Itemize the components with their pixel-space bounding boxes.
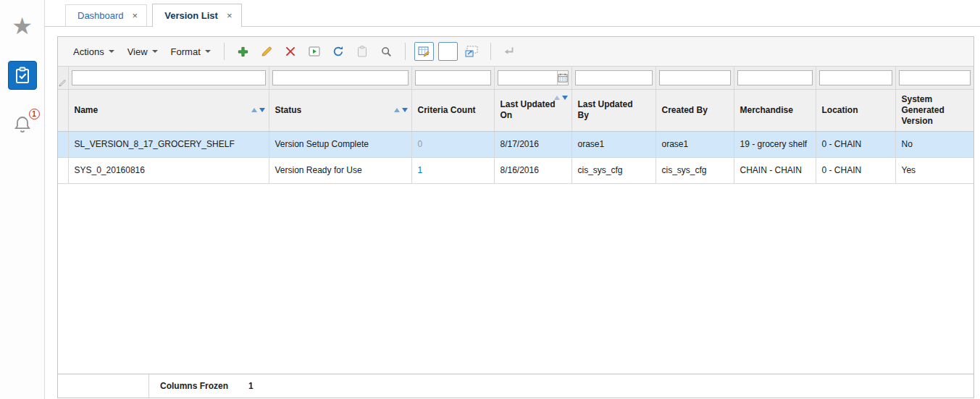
close-icon[interactable]: × xyxy=(133,11,138,20)
filter-input-created-by[interactable] xyxy=(659,70,731,85)
row-header-cell xyxy=(58,131,68,157)
column-header-status[interactable]: Status xyxy=(269,89,411,131)
version-table: Name Status Criteria Count Last Updated … xyxy=(58,67,973,184)
play-icon xyxy=(309,46,320,57)
execute-button[interactable] xyxy=(305,42,324,61)
delete-button[interactable] xyxy=(281,42,301,61)
actions-menu[interactable]: Actions xyxy=(67,42,121,62)
detach-button[interactable] xyxy=(462,42,482,61)
cell-name: SL_VERSION_8_17_GROCERY_SHELF xyxy=(68,131,269,157)
sort-icons xyxy=(251,108,265,112)
filter-input-name[interactable] xyxy=(72,70,266,85)
cell-merchandise: CHAIN - CHAIN xyxy=(734,157,816,183)
cell-location: 0 - CHAIN xyxy=(816,131,895,157)
column-header-criteria-count[interactable]: Criteria Count xyxy=(411,89,494,131)
column-header-location[interactable]: Location xyxy=(816,89,895,131)
filter-date-field xyxy=(498,70,569,85)
filter-input-status[interactable] xyxy=(272,70,409,85)
column-label: System Generated Version xyxy=(902,94,945,126)
edit-button[interactable] xyxy=(257,42,277,61)
go-button[interactable] xyxy=(500,42,519,61)
columns-frozen-label: Columns Frozen xyxy=(160,381,228,391)
pencil-icon xyxy=(261,46,272,57)
filter-input-last-updated-by[interactable] xyxy=(575,70,653,85)
version-list-panel: Actions View Format xyxy=(57,36,974,398)
column-header-created-by[interactable]: Created By xyxy=(656,89,734,131)
column-label: Status xyxy=(275,105,302,115)
format-menu[interactable]: Format xyxy=(164,42,217,62)
clipboard-check-icon xyxy=(8,61,37,90)
column-label: Merchandise xyxy=(740,105,793,115)
blank-box-icon xyxy=(442,46,453,57)
magnifier-icon xyxy=(381,46,392,57)
criteria-count-link[interactable]: 1 xyxy=(418,165,423,175)
filter-input-criteria-count[interactable] xyxy=(415,70,491,85)
cell-last-updated-on: 8/17/2016 xyxy=(494,131,571,157)
sidebar-item-notifications[interactable]: 1 xyxy=(7,109,38,140)
sort-asc-icon xyxy=(251,108,257,112)
star-icon: ★ xyxy=(12,14,33,38)
column-label: Location xyxy=(822,105,858,115)
tab-dashboard[interactable]: Dashboard × xyxy=(65,4,147,26)
add-button[interactable] xyxy=(233,42,253,61)
table-row[interactable]: SL_VERSION_8_17_GROCERY_SHELF Version Se… xyxy=(58,131,973,157)
actions-menu-label: Actions xyxy=(73,46,104,57)
pencil-small-icon xyxy=(59,79,67,87)
app-root: ★ 1 Dashboard xyxy=(0,0,980,399)
column-header-last-updated-by[interactable]: Last Updated By xyxy=(571,89,656,131)
column-header-merchandise[interactable]: Merchandise xyxy=(734,89,816,131)
chevron-down-icon xyxy=(152,50,158,53)
clipboard-icon xyxy=(357,46,367,57)
tab-bar: Dashboard × Version List × xyxy=(45,0,980,27)
sort-desc-icon xyxy=(259,108,265,112)
column-header-last-updated-on[interactable]: Last Updated On xyxy=(494,89,571,131)
calendar-icon xyxy=(558,73,568,83)
delete-x-icon xyxy=(285,46,296,56)
date-picker-button[interactable] xyxy=(557,71,568,85)
toolbar-separator xyxy=(224,43,225,60)
cell-created-by: cis_sys_cfg xyxy=(656,157,734,183)
search-button[interactable] xyxy=(377,42,396,61)
sort-icons xyxy=(394,108,408,112)
filter-input-system-generated-version[interactable] xyxy=(899,70,971,85)
filter-row xyxy=(58,67,973,89)
cell-created-by: orase1 xyxy=(656,131,734,157)
format-menu-label: Format xyxy=(171,46,201,57)
chevron-down-icon xyxy=(205,50,211,53)
cell-last-updated-by: orase1 xyxy=(571,131,656,157)
toolbar-separator xyxy=(490,43,491,60)
filter-input-location[interactable] xyxy=(819,70,892,85)
cell-criteria-count: 0 xyxy=(411,131,494,157)
sort-asc-icon xyxy=(394,108,400,112)
cell-system-generated-version: No xyxy=(895,131,973,157)
sidebar-item-favorites[interactable]: ★ xyxy=(7,10,38,42)
status-bar-spacer xyxy=(58,374,149,398)
sidebar-item-tasks[interactable] xyxy=(7,59,38,91)
tab-version-list[interactable]: Version List × xyxy=(152,4,241,27)
freeze-toggle[interactable] xyxy=(438,42,458,61)
refresh-button[interactable] xyxy=(329,42,348,61)
column-label: Criteria Count xyxy=(418,105,476,115)
header-row: Name Status Criteria Count Last Updated … xyxy=(58,89,973,131)
status-bar: Columns Frozen 1 xyxy=(58,374,973,398)
close-icon[interactable]: × xyxy=(227,11,233,20)
table-region: Name Status Criteria Count Last Updated … xyxy=(58,67,973,374)
query-by-example-toggle[interactable] xyxy=(414,42,434,61)
row-header-column xyxy=(58,89,68,131)
tab-label: Version List xyxy=(164,10,218,21)
view-menu[interactable]: View xyxy=(121,42,164,62)
column-header-name[interactable]: Name xyxy=(68,89,269,131)
column-label: Name xyxy=(75,105,99,115)
sort-desc-icon xyxy=(562,96,568,100)
copy-button[interactable] xyxy=(353,42,372,61)
filter-input-last-updated-on[interactable] xyxy=(498,72,557,84)
table-filter-icon xyxy=(418,46,430,57)
column-label: Last Updated By xyxy=(578,99,633,120)
filter-row-indicator xyxy=(58,67,68,89)
plus-icon xyxy=(238,46,248,57)
return-arrow-icon xyxy=(503,46,515,56)
cell-merchandise: 19 - grocery shelf xyxy=(734,131,816,157)
filter-input-merchandise[interactable] xyxy=(737,70,813,85)
table-row[interactable]: SYS_0_20160816 Version Ready for Use 1 8… xyxy=(58,157,973,183)
column-header-system-generated-version[interactable]: System Generated Version xyxy=(895,89,973,131)
